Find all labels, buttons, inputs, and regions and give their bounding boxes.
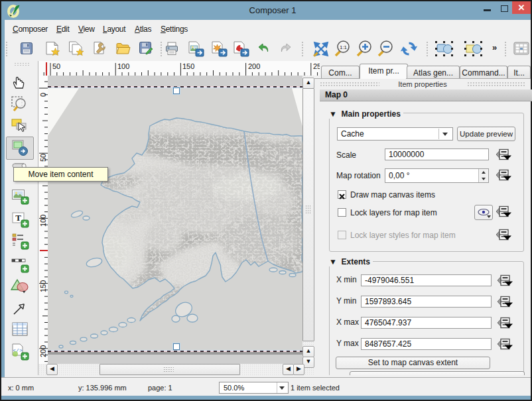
svg-text:T: T [15,213,21,223]
svg-text:1:1: 1:1 [340,44,348,50]
svg-text:200: 200 [248,62,260,70]
svg-text:150: 150 [39,280,47,292]
svg-text:250: 250 [313,62,320,70]
svg-text:0: 0 [39,93,47,97]
svg-text:200: 200 [39,345,47,357]
svg-text:100: 100 [39,215,47,227]
svg-text:50: 50 [39,154,47,162]
svg-text:100: 100 [117,62,129,70]
svg-text:50: 50 [52,62,60,70]
svg-text:150: 150 [182,62,194,70]
